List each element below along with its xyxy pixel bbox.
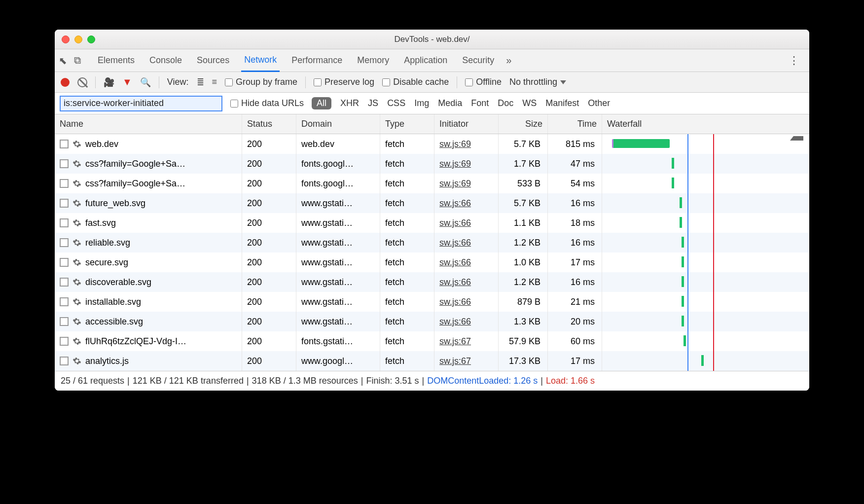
row-checkbox[interactable] <box>60 140 69 148</box>
table-row[interactable]: accessible.svg 200 www.gstati… fetch sw.… <box>55 312 809 331</box>
col-type[interactable]: Type <box>380 114 434 134</box>
tab-console[interactable]: Console <box>146 49 185 72</box>
row-checkbox[interactable] <box>60 278 69 287</box>
cell-waterfall <box>602 154 809 174</box>
preserve-log-checkbox[interactable]: Preserve log <box>314 77 374 87</box>
initiator-link[interactable]: sw.js:66 <box>439 317 471 327</box>
row-checkbox[interactable] <box>60 159 69 168</box>
tab-elements[interactable]: Elements <box>95 49 138 72</box>
tab-security[interactable]: Security <box>459 49 497 72</box>
throttling-dropdown[interactable]: No throttling <box>509 77 566 87</box>
filter-type-media[interactable]: Media <box>438 98 462 108</box>
filter-type-font[interactable]: Font <box>471 98 489 108</box>
row-checkbox[interactable] <box>60 337 69 346</box>
load-marker <box>713 292 714 312</box>
initiator-link[interactable]: sw.js:67 <box>439 336 471 347</box>
row-checkbox[interactable] <box>60 199 69 208</box>
gear-icon <box>72 199 81 208</box>
filter-type-doc[interactable]: Doc <box>498 98 513 108</box>
table-row[interactable]: installable.svg 200 www.gstati… fetch sw… <box>55 292 809 312</box>
table-row[interactable]: css?family=Google+Sa… 200 fonts.googl… f… <box>55 174 809 193</box>
cell-status: 200 <box>242 174 296 193</box>
initiator-link[interactable]: sw.js:67 <box>439 356 471 366</box>
row-checkbox[interactable] <box>60 218 69 227</box>
table-row[interactable]: analytics.js 200 www.googl… fetch sw.js:… <box>55 351 809 371</box>
cell-time: 16 ms <box>548 272 602 292</box>
cell-status: 200 <box>242 272 296 292</box>
initiator-link[interactable]: sw.js:66 <box>439 198 471 209</box>
row-checkbox[interactable] <box>60 317 69 326</box>
request-name: analytics.js <box>85 356 129 366</box>
cell-time: 18 ms <box>548 213 602 233</box>
col-waterfall[interactable]: Waterfall <box>602 114 809 134</box>
filter-type-other[interactable]: Other <box>588 98 610 108</box>
filter-type-ws[interactable]: WS <box>522 98 537 108</box>
disable-cache-checkbox[interactable]: Disable cache <box>382 77 449 87</box>
filter-type-css[interactable]: CSS <box>387 98 405 108</box>
row-checkbox[interactable] <box>60 238 69 247</box>
inspect-icon[interactable]: ⬉ <box>59 55 67 67</box>
cell-type: fetch <box>380 233 434 252</box>
table-row[interactable]: future_web.svg 200 www.gstati… fetch sw.… <box>55 193 809 213</box>
initiator-link[interactable]: sw.js:66 <box>439 297 471 307</box>
initiator-link[interactable]: sw.js:69 <box>439 179 471 189</box>
group-by-frame-checkbox[interactable]: Group by frame <box>225 77 297 87</box>
col-status[interactable]: Status <box>242 114 296 134</box>
settings-kebab-icon[interactable]: ⋮ <box>783 54 805 67</box>
cell-initiator: sw.js:66 <box>434 252 499 272</box>
cell-name: flUhRq6tzZclQEJ-Vdg-I… <box>55 331 242 351</box>
filter-type-img[interactable]: Img <box>414 98 429 108</box>
tab-memory[interactable]: Memory <box>354 49 392 72</box>
camera-icon[interactable]: 🎥 <box>104 77 114 88</box>
search-icon[interactable]: 🔍 <box>140 77 151 88</box>
offline-checkbox[interactable]: Offline <box>465 77 502 87</box>
col-size[interactable]: Size <box>499 114 548 134</box>
column-headers[interactable]: Name Status Domain Type Initiator Size T… <box>55 114 809 134</box>
filter-type-js[interactable]: JS <box>368 98 378 108</box>
filter-type-all[interactable]: All <box>312 97 331 109</box>
table-row[interactable]: css?family=Google+Sa… 200 fonts.googl… f… <box>55 154 809 174</box>
cell-time: 16 ms <box>548 233 602 252</box>
initiator-link[interactable]: sw.js:66 <box>439 277 471 288</box>
col-time[interactable]: Time <box>548 114 602 134</box>
tab-network[interactable]: Network <box>241 50 280 72</box>
load-marker <box>713 351 714 371</box>
col-initiator[interactable]: Initiator <box>434 114 499 134</box>
col-domain[interactable]: Domain <box>296 114 380 134</box>
initiator-link[interactable]: sw.js:66 <box>439 238 471 248</box>
overview-icon[interactable]: ≡ <box>212 77 217 87</box>
row-checkbox[interactable] <box>60 258 69 267</box>
initiator-link[interactable]: sw.js:66 <box>439 218 471 228</box>
tab-application[interactable]: Application <box>401 49 450 72</box>
initiator-link[interactable]: sw.js:66 <box>439 257 471 268</box>
tab-sources[interactable]: Sources <box>194 49 232 72</box>
row-checkbox[interactable] <box>60 357 69 365</box>
hide-data-urls-checkbox[interactable]: Hide data URLs <box>230 98 304 108</box>
row-checkbox[interactable] <box>60 179 69 188</box>
initiator-link[interactable]: sw.js:69 <box>439 139 471 149</box>
filter-type-manifest[interactable]: Manifest <box>545 98 579 108</box>
tab-performance[interactable]: Performance <box>288 49 345 72</box>
table-row[interactable]: flUhRq6tzZclQEJ-Vdg-I… 200 fonts.gstati…… <box>55 331 809 351</box>
initiator-link[interactable]: sw.js:69 <box>439 159 471 169</box>
table-row[interactable]: fast.svg 200 www.gstati… fetch sw.js:66 … <box>55 213 809 233</box>
cell-name: css?family=Google+Sa… <box>55 154 242 174</box>
col-name[interactable]: Name <box>55 114 242 134</box>
table-row[interactable]: discoverable.svg 200 www.gstati… fetch s… <box>55 272 809 292</box>
cell-time: 47 ms <box>548 154 602 174</box>
cell-status: 200 <box>242 292 296 312</box>
large-rows-icon[interactable]: ≣ <box>197 77 204 88</box>
record-button[interactable] <box>61 78 70 87</box>
device-toggle-icon[interactable]: ⧉ <box>74 55 81 66</box>
cell-initiator: sw.js:69 <box>434 134 499 154</box>
more-tabs-icon[interactable]: » <box>506 55 511 66</box>
table-row[interactable]: reliable.svg 200 www.gstati… fetch sw.js… <box>55 233 809 252</box>
filter-toggle-icon[interactable]: ▼ <box>122 76 132 88</box>
row-checkbox[interactable] <box>60 297 69 306</box>
network-toolbar: 🎥 ▼ 🔍 View: ≣ ≡ Group by frame Preserve … <box>55 72 809 93</box>
table-row[interactable]: secure.svg 200 www.gstati… fetch sw.js:6… <box>55 252 809 272</box>
filter-input[interactable] <box>60 96 222 111</box>
clear-button[interactable] <box>77 77 87 87</box>
table-row[interactable]: web.dev 200 web.dev fetch sw.js:69 5.7 K… <box>55 134 809 154</box>
filter-type-xhr[interactable]: XHR <box>340 98 359 108</box>
